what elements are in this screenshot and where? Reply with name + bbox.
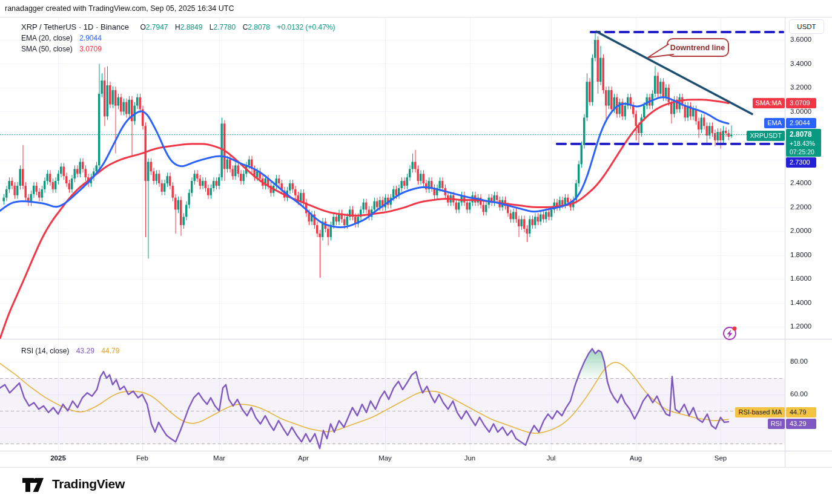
time-tick-label: Sep [715,454,727,462]
ohlc-high-value: 2.8849 [180,23,203,31]
price-tick-label: 3.4000 [790,60,811,67]
rsi-tag: RSI [768,419,785,429]
time-axis-border [0,451,832,451]
time-tick-label: Jun [464,454,476,462]
time-tick-label: Mar [213,454,225,462]
rsi-tick-label: 60.00 [790,390,808,398]
rsi-tick-label: 80.00 [790,358,808,365]
time-tick-label: Apr [298,454,309,462]
header-divider [0,17,832,18]
price-tick-label: 2.4000 [790,179,811,186]
chart-legend: XRP / TetherUS · 1D · Binance O2.7947 H2… [21,22,335,54]
currency-toggle-button[interactable]: USDT [789,19,824,34]
rsi-ma-tag: RSI-based MA [735,407,785,417]
ohlc-high-label: H [175,23,180,31]
symbol-price-tag-block: 2.8078 +18.43% 07:25:20 [786,129,821,157]
sma-value: 3.0709 [79,45,102,53]
sma-price-tag-value: 3.0709 [786,98,816,108]
rsi-value: 43.29 [76,347,94,355]
rsi-ma-tag-value: 44.79 [786,407,816,417]
symbol-title: XRP / TetherUS · 1D · Binance [21,22,129,31]
ema-legend-row[interactable]: EMA (20, close) 2.9044 [21,33,335,43]
price-tick-label: 1.6000 [790,275,811,282]
ema-price-tag-value: 2.9044 [786,118,816,128]
change-percent: +18.43% [790,139,821,148]
price-tick-label: 1.4000 [790,299,811,306]
bar-countdown: 07:25:20 [790,148,821,156]
symbol-price-tag: XRPUSDT [747,131,785,141]
time-tick-label: Jul [547,454,556,462]
sma-price-tag: SMA:MA [753,98,785,108]
sma-legend-row[interactable]: SMA (50, close) 3.0709 [21,44,335,54]
tradingview-chart-page: ranadagger created with TradingView.com,… [0,0,832,504]
change-value: +0.0132 (+0.47%) [277,23,335,31]
time-tick-label: May [378,454,392,462]
price-tick-label: 2.0000 [790,227,811,234]
ohlc-close-label: C [243,23,248,31]
symbol-legend-row[interactable]: XRP / TetherUS · 1D · Binance O2.7947 H2… [21,22,335,32]
price-tick-label: 1.8000 [790,251,811,258]
rsi-tag-value: 43.29 [786,419,816,429]
attribution-text: ranadagger created with TradingView.com,… [5,4,234,13]
ema-price-tag: EMA [764,118,785,128]
price-tick-label: 3.0000 [790,108,811,115]
pane-divider[interactable] [0,339,832,339]
rsi-legend-row[interactable]: RSI (14, close) 43.29 44.79 [21,345,119,356]
last-price: 2.8078 [790,130,821,139]
price-tick-label: 3.6000 [790,36,811,43]
time-tick-label: Feb [136,454,148,462]
ema-value: 2.9044 [79,34,102,42]
price-tick-label: 3.2000 [790,83,811,91]
time-tick-label: Aug [630,454,642,462]
price-scale-border [785,17,785,467]
sma-label: SMA (50, close) [21,45,73,53]
ohlc-open-value: 2.7947 [146,23,168,31]
price-tick-label: 2.2000 [790,203,811,211]
rsi-ma-value: 44.79 [101,347,119,355]
ohlc-close-value: 2.8078 [248,23,270,31]
chart-canvas[interactable] [0,0,832,504]
widget-bottom-border [0,467,832,468]
tradingview-logo[interactable]: TradingView [22,477,125,491]
price-tick-label: 1.2000 [790,322,811,330]
rsi-label: RSI (14, close) [21,347,69,355]
tradingview-logo-text: TradingView [52,477,125,491]
time-tick-label: 2025 [50,454,66,462]
notification-dot [733,327,737,331]
ohlc-low-value: 2.7780 [213,23,236,31]
alert-level-tag: 2.7300 [786,157,816,168]
ema-label: EMA (20, close) [21,34,73,42]
ohlc-open-label: O [140,23,145,31]
